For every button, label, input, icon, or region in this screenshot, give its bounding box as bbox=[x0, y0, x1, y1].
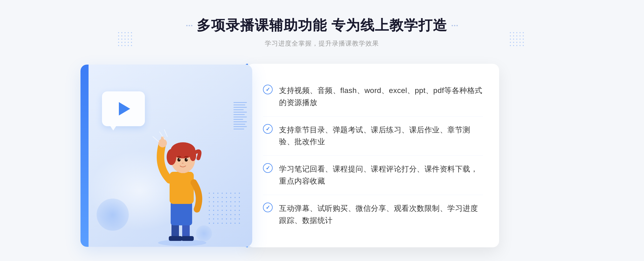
play-bubble bbox=[102, 91, 145, 126]
svg-point-15 bbox=[185, 158, 188, 162]
svg-rect-6 bbox=[170, 172, 194, 204]
check-circle-4: ✓ bbox=[263, 203, 273, 212]
svg-rect-2 bbox=[169, 236, 182, 241]
play-icon bbox=[119, 102, 130, 115]
feature-item-2: ✓ 支持章节目录、弹题考试、课后练习、课后作业、章节测验、批改作业 bbox=[263, 117, 483, 156]
deco-dots-right bbox=[452, 25, 458, 26]
check-circle-2: ✓ bbox=[263, 124, 273, 134]
feature-text-3: 学习笔记回看、课程提问、课程评论打分、课件资料下载，重点内容收藏 bbox=[279, 163, 483, 187]
feature-item-1: ✓ 支持视频、音频、flash、word、excel、ppt、pdf等各种格式的… bbox=[263, 77, 483, 117]
check-icon-3: ✓ bbox=[266, 165, 270, 171]
svg-rect-4 bbox=[181, 236, 194, 241]
check-icon-4: ✓ bbox=[266, 205, 270, 210]
svg-point-14 bbox=[177, 158, 181, 162]
svg-point-16 bbox=[179, 158, 180, 159]
feature-item-3: ✓ 学习笔记回看、课程提问、课程评论打分、课件资料下载，重点内容收藏 bbox=[263, 156, 483, 195]
svg-rect-5 bbox=[171, 201, 192, 225]
feature-item-4: ✓ 互动弹幕、试听购买、微信分享、观看次数限制、学习进度跟踪、数据统计 bbox=[263, 195, 483, 234]
illustration-card bbox=[80, 65, 252, 247]
svg-point-17 bbox=[186, 158, 188, 159]
feature-text-2: 支持章节目录、弹题考试、课后练习、课后作业、章节测验、批改作业 bbox=[279, 124, 483, 148]
check-icon-1: ✓ bbox=[266, 87, 270, 92]
svg-line-21 bbox=[164, 129, 167, 137]
blue-sidebar-bar bbox=[80, 65, 89, 247]
sub-title: 学习进度全掌握，提升录播课教学效果 bbox=[186, 39, 458, 48]
person-illustration bbox=[141, 118, 226, 247]
features-card: ✓ 支持视频、音频、flash、word、excel、ppt、pdf等各种格式的… bbox=[247, 64, 499, 247]
header-decoration: 多项录播课辅助功能 专为线上教学打造 bbox=[186, 16, 458, 35]
svg-point-18 bbox=[182, 163, 184, 164]
feature-text-1: 支持视频、音频、flash、word、excel、ppt、pdf等各种格式的资源… bbox=[279, 85, 483, 109]
section-header: 多项录播课辅助功能 专为线上教学打造 学习进度全掌握，提升录播课教学效果 bbox=[186, 16, 458, 48]
deco-dots-left bbox=[186, 25, 192, 26]
feature-text-4: 互动弹幕、试听购买、微信分享、观看次数限制、学习进度跟踪、数据统计 bbox=[279, 203, 483, 227]
check-icon-2: ✓ bbox=[266, 126, 270, 132]
main-title: 多项录播课辅助功能 专为线上教学打造 bbox=[197, 16, 447, 35]
check-circle-3: ✓ bbox=[263, 163, 273, 173]
page-wrapper: 多项录播课辅助功能 专为线上教学打造 学习进度全掌握，提升录播课教学效果 bbox=[0, 0, 644, 261]
svg-line-20 bbox=[153, 136, 159, 142]
check-circle-1: ✓ bbox=[263, 85, 273, 94]
stripe-decoration bbox=[233, 102, 247, 150]
svg-point-12 bbox=[167, 149, 176, 165]
circle-decoration-blue bbox=[97, 199, 129, 231]
dots-decoration-right bbox=[510, 32, 526, 48]
content-section: » ✓ 支持视频、音频、flash、word、excel、ppt、pdf等各种格… bbox=[80, 64, 564, 247]
dots-decoration-left bbox=[118, 32, 134, 48]
